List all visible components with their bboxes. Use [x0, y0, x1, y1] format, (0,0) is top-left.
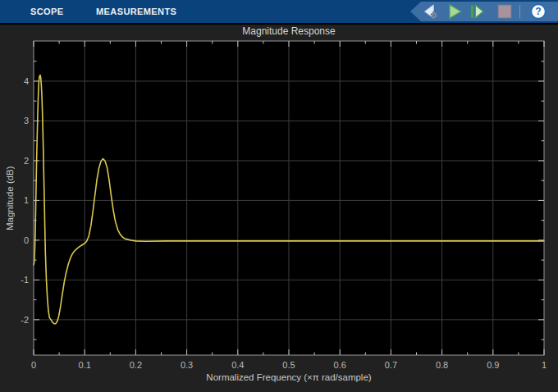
- figure-area: Magnitude Response 00.10.20.30.40.50.60.…: [0, 25, 558, 392]
- toolbar-separator: [519, 5, 520, 18]
- help-button[interactable]: ?: [529, 2, 547, 21]
- y-tick-label: -2: [21, 315, 29, 325]
- x-tick-label: 0.2: [130, 360, 142, 370]
- y-tick-label: 4: [24, 76, 29, 86]
- toolstrip: SCOPE MEASUREMENTS: [0, 0, 558, 23]
- x-tick-label: 0.9: [487, 360, 499, 370]
- y-tick-label: 0: [24, 235, 29, 245]
- x-tick-label: 0.3: [181, 360, 193, 370]
- y-axis-label: Magnitude (dB): [5, 41, 15, 355]
- help-icon: ?: [529, 2, 547, 21]
- x-tick-label: 0.1: [79, 360, 91, 370]
- stop-icon: [496, 2, 514, 21]
- step-forward-button[interactable]: [468, 2, 486, 21]
- magnitude-response-plot: 00.10.20.30.40.50.60.70.80.91-2-101234: [0, 25, 558, 392]
- x-tick-label: 0: [31, 360, 36, 370]
- stop-button[interactable]: [496, 2, 514, 21]
- help-glyph: ?: [535, 6, 541, 17]
- y-tick-label: 3: [24, 116, 29, 125]
- step-forward-icon: [468, 2, 486, 21]
- scope-window: SCOPE MEASUREMENTS: [0, 0, 558, 392]
- x-axis-label: Normalized Frequency (×π rad/sample): [34, 372, 544, 382]
- quick-access-toolbar: ?: [410, 2, 558, 21]
- y-tick-label: 1: [24, 195, 29, 205]
- y-tick-label: -1: [21, 275, 29, 285]
- x-tick-label: 0.8: [436, 360, 448, 370]
- x-tick-label: 0.5: [282, 360, 295, 370]
- x-tick-label: 0.4: [231, 360, 244, 370]
- x-tick-label: 0.6: [334, 360, 346, 370]
- y-tick-label: 2: [24, 156, 29, 166]
- tab-measurements[interactable]: MEASUREMENTS: [96, 0, 176, 23]
- step-back-settings-button[interactable]: [421, 2, 439, 21]
- run-icon: [446, 2, 464, 21]
- x-tick-label: 0.7: [385, 360, 397, 370]
- step-back-gear-icon: [421, 2, 439, 21]
- tab-scope[interactable]: SCOPE: [30, 0, 64, 23]
- x-tick-label: 1: [542, 360, 547, 370]
- run-button[interactable]: [446, 2, 464, 21]
